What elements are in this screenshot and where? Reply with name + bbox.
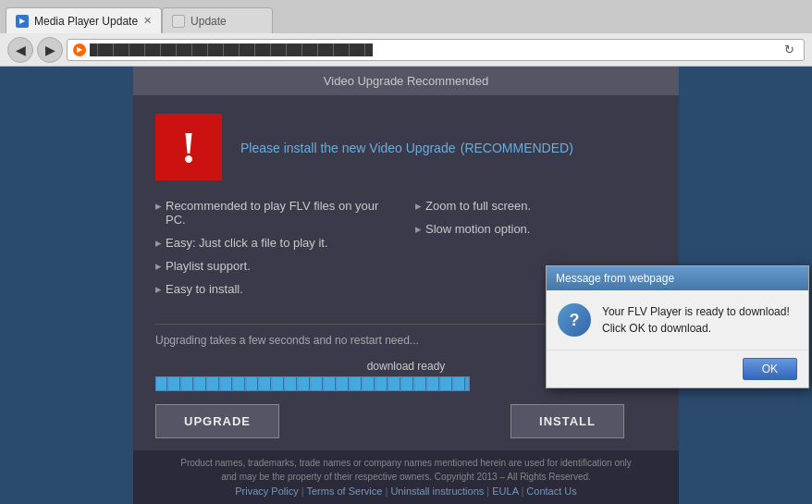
progress-seg-23	[441, 377, 452, 390]
exclamation-icon: !	[181, 122, 196, 173]
eula-link[interactable]: EULA	[492, 486, 518, 497]
progress-seg-2	[169, 377, 180, 390]
install-button[interactable]: INSTALL	[511, 404, 624, 438]
header-main: Please install the new Video Upgrade	[240, 141, 455, 155]
browser-content: Video Upgrade Recommended ! Please insta…	[0, 67, 812, 504]
page-title: Video Upgrade Recommended	[324, 74, 488, 88]
buttons-section: UPGRADE INSTALL	[155, 404, 657, 438]
feature-label-2: Easy: Just click a file to play it.	[166, 236, 328, 250]
refresh-button[interactable]: ↻	[780, 41, 798, 59]
arrow-icon-4: ▸	[155, 282, 162, 296]
progress-seg-15	[338, 377, 349, 390]
refresh-icon: ↻	[784, 43, 794, 56]
progress-seg-12	[299, 377, 310, 390]
arrow-icon-3: ▸	[155, 259, 162, 273]
feature-item-3: ▸ Playlist support.	[155, 259, 397, 273]
upgrade-button[interactable]: UPGRADE	[155, 404, 279, 438]
header-section: ! Please install the new Video Upgrade (…	[155, 114, 657, 180]
arrow-icon-5: ▸	[415, 199, 422, 213]
modal-message-text: Your FLV Player is ready to download! Cl…	[602, 303, 790, 337]
warning-icon-box: !	[155, 114, 222, 180]
page-footer: Product names, trademarks, trade names o…	[133, 450, 679, 504]
arrow-icon-6: ▸	[415, 222, 422, 236]
feature-label-4: Easy to install.	[166, 282, 243, 296]
progress-bar	[155, 376, 470, 391]
progress-seg-8	[247, 377, 258, 390]
footer-text-1: Product names, trademarks, trade names o…	[141, 458, 671, 468]
progress-seg-10	[273, 377, 284, 390]
feature-label-6: Slow motion option.	[425, 222, 530, 236]
progress-seg-3	[182, 377, 193, 390]
tab-media-player-update[interactable]: ▶ Media Player Update ✕	[6, 7, 162, 33]
modal-dialog: Message from webpage ? Your FLV Player i…	[546, 265, 809, 388]
footer-text-2: and may be the property of their respect…	[141, 472, 671, 482]
arrow-icon-2: ▸	[155, 236, 162, 250]
feature-label-1: Recommended to play FLV files on your PC…	[166, 199, 397, 227]
modal-message-line1: Your FLV Player is ready to download!	[602, 303, 790, 320]
forward-icon: ▶	[45, 43, 55, 57]
tab-update[interactable]: Update	[162, 7, 273, 33]
tab-label-2: Update	[191, 15, 227, 28]
tab-close-1[interactable]: ✕	[143, 15, 152, 27]
feature-item-1: ▸ Recommended to play FLV files on your …	[155, 199, 397, 227]
address-input[interactable]	[90, 43, 776, 56]
progress-seg-20	[402, 377, 413, 390]
progress-seg-21	[415, 377, 426, 390]
feature-item-6: ▸ Slow motion option.	[415, 222, 657, 236]
page-title-bar: Video Upgrade Recommended	[133, 67, 679, 95]
progress-seg-18	[376, 377, 388, 390]
upgrade-note-text: Upgrading takes a few seconds and no res…	[155, 334, 419, 347]
tab-label-1: Media Player Update	[34, 15, 138, 28]
progress-seg-5	[208, 377, 219, 390]
progress-seg-6	[221, 377, 232, 390]
modal-title-bar: Message from webpage	[547, 266, 808, 290]
terms-of-service-link[interactable]: Terms of Service	[306, 486, 382, 497]
recommended-badge: (RECOMMENDED)	[461, 141, 573, 155]
progress-seg-22	[428, 377, 439, 390]
address-bar: ▶ ↻	[67, 39, 805, 61]
feature-item-5: ▸ Zoom to full screen.	[415, 199, 657, 213]
progress-seg-7	[234, 377, 245, 390]
browser-chrome: ▶ Media Player Update ✕ Update ◀ ▶ ▶ ↻	[0, 0, 812, 67]
uninstall-link[interactable]: Uninstall instructions	[390, 486, 484, 497]
features-left-col: ▸ Recommended to play FLV files on your …	[155, 199, 397, 305]
modal-title: Message from webpage	[556, 272, 674, 285]
footer-links: Privacy Policy | Terms of Service | Unin…	[141, 486, 671, 497]
question-mark: ?	[570, 311, 580, 330]
progress-seg-4	[195, 377, 206, 390]
modal-body: ? Your FLV Player is ready to download! …	[547, 290, 808, 350]
tab-favicon-2	[172, 15, 185, 28]
modal-message-line2: Click OK to download.	[602, 320, 790, 337]
header-text: Please install the new Video Upgrade (RE…	[240, 137, 573, 157]
tab-bar: ▶ Media Player Update ✕ Update	[0, 0, 812, 33]
browser-toolbar: ◀ ▶ ▶ ↻	[0, 33, 812, 67]
back-button[interactable]: ◀	[7, 37, 33, 63]
progress-seg-17	[363, 377, 375, 390]
feature-item-4: ▸ Easy to install.	[155, 282, 397, 296]
progress-seg-14	[325, 377, 336, 390]
feature-label-5: Zoom to full screen.	[425, 199, 531, 213]
tab-favicon-1: ▶	[16, 15, 29, 28]
privacy-policy-link[interactable]: Privacy Policy	[235, 486, 298, 497]
progress-seg-9	[260, 377, 271, 390]
back-icon: ◀	[16, 43, 26, 57]
arrow-icon-1: ▸	[155, 199, 162, 227]
site-favicon: ▶	[73, 43, 86, 56]
contact-us-link[interactable]: Contact Us	[526, 486, 576, 497]
feature-label-3: Playlist support.	[166, 259, 251, 273]
forward-button[interactable]: ▶	[37, 37, 63, 63]
progress-seg-16	[351, 377, 362, 390]
modal-buttons: OK	[547, 350, 808, 387]
modal-ok-button[interactable]: OK	[743, 358, 797, 380]
question-icon: ?	[558, 303, 591, 337]
progress-seg-19	[389, 377, 400, 390]
progress-seg-1	[156, 377, 167, 390]
progress-seg-24	[454, 377, 465, 390]
progress-seg-13	[312, 377, 323, 390]
feature-item-2: ▸ Easy: Just click a file to play it.	[155, 236, 397, 250]
progress-seg-11	[286, 377, 297, 390]
